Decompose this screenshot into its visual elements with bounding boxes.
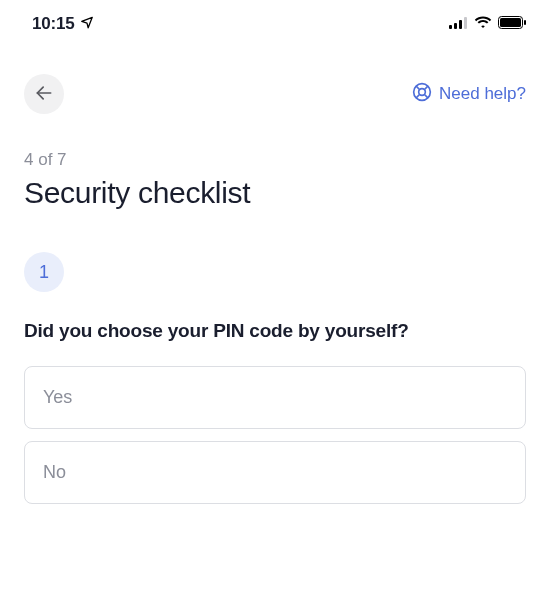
svg-rect-5 bbox=[500, 18, 521, 27]
header: Need help? bbox=[0, 44, 550, 128]
battery-icon bbox=[498, 15, 526, 33]
arrow-left-icon bbox=[34, 83, 54, 106]
svg-line-13 bbox=[425, 94, 428, 97]
status-time: 10:15 bbox=[32, 14, 74, 34]
svg-rect-3 bbox=[464, 17, 467, 29]
status-left: 10:15 bbox=[32, 14, 94, 34]
svg-point-9 bbox=[419, 88, 426, 95]
help-icon bbox=[412, 82, 432, 107]
help-label: Need help? bbox=[439, 84, 526, 104]
back-button[interactable] bbox=[24, 74, 64, 114]
step-badge: 1 bbox=[24, 252, 64, 292]
svg-rect-6 bbox=[524, 20, 526, 25]
page-title: Security checklist bbox=[24, 176, 526, 210]
svg-line-11 bbox=[425, 86, 428, 89]
wifi-icon bbox=[474, 15, 492, 33]
question-text: Did you choose your PIN code by yourself… bbox=[24, 320, 526, 342]
svg-rect-1 bbox=[454, 23, 457, 29]
option-yes-button[interactable]: Yes bbox=[24, 366, 526, 429]
status-right bbox=[449, 15, 526, 33]
progress-indicator: 4 of 7 bbox=[24, 150, 526, 170]
svg-point-8 bbox=[414, 83, 431, 100]
svg-rect-2 bbox=[459, 20, 462, 29]
status-bar: 10:15 bbox=[0, 0, 550, 44]
svg-line-12 bbox=[416, 94, 419, 97]
option-no-button[interactable]: No bbox=[24, 441, 526, 504]
svg-rect-0 bbox=[449, 25, 452, 29]
svg-line-10 bbox=[416, 86, 419, 89]
location-icon bbox=[80, 15, 94, 33]
cellular-icon bbox=[449, 15, 468, 33]
help-link[interactable]: Need help? bbox=[412, 82, 526, 107]
main-content: 4 of 7 Security checklist 1 Did you choo… bbox=[0, 128, 550, 516]
